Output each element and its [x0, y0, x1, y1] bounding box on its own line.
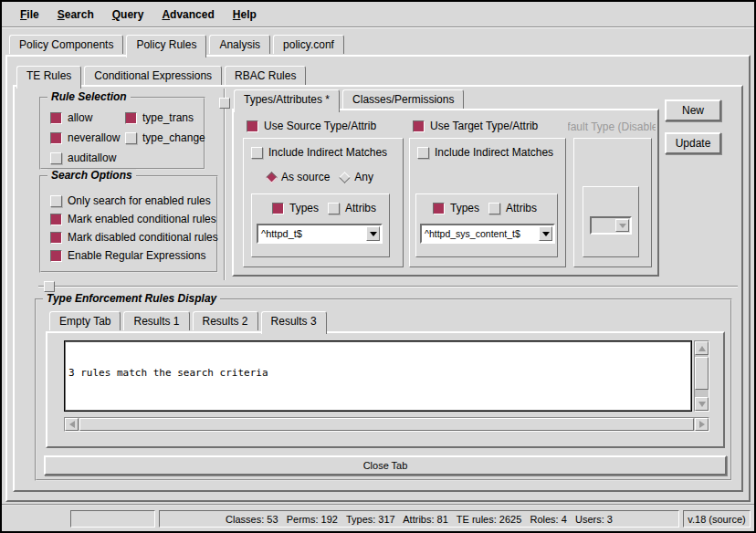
target-indirect-label: Include Indirect Matches	[435, 146, 553, 159]
scroll-right-button[interactable]	[695, 418, 709, 431]
tab-policy-rules[interactable]: Policy Rules	[126, 35, 206, 57]
chevron-down-icon	[370, 232, 377, 236]
tab-analysis[interactable]: Analysis	[209, 35, 270, 54]
vertical-scroll-thumb[interactable]	[695, 357, 709, 390]
rule-selection-title: Rule Selection	[47, 90, 131, 103]
checkbox-target-indirect[interactable]: Include Indirect Matches	[417, 146, 553, 159]
source-attribs-label: Attribs	[345, 202, 376, 214]
target-attribs-label: Attribs	[506, 202, 537, 214]
mark-disabled-checkbox-indicator[interactable]	[50, 232, 62, 244]
main-tab-bar: Policy Components Policy Rules Analysis …	[9, 35, 347, 54]
use-source-checkbox-indicator[interactable]	[247, 120, 258, 132]
checkbox-mark-disabled-conditional[interactable]: Mark disabled conditional rules	[50, 231, 218, 244]
chevron-down-icon	[542, 232, 550, 236]
checkbox-auditallow[interactable]: auditallow	[50, 152, 116, 164]
types-tab-bar: Types/Attributes * Classes/Permissions	[234, 89, 467, 109]
source-types-checkbox-indicator[interactable]	[272, 203, 284, 214]
source-indirect-label: Include Indirect Matches	[268, 146, 387, 159]
search-options-title: Search Options	[47, 169, 136, 182]
checkbox-type-trans[interactable]: type_trans	[125, 111, 194, 124]
target-type-combobox[interactable]: ^httpd_sys_content_t$	[420, 224, 555, 244]
horizontal-scroll-thumb[interactable]	[79, 418, 694, 431]
tab-results-2[interactable]: Results 2	[193, 311, 258, 330]
type-change-label: type_change	[142, 131, 205, 144]
tab-policy-components[interactable]: Policy Components	[9, 35, 123, 54]
tab-results-3[interactable]: Results 3	[261, 311, 327, 334]
vertical-scrollbar[interactable]	[694, 340, 709, 412]
type-change-checkbox-indicator[interactable]	[125, 132, 137, 144]
checkbox-enabled-rules-only[interactable]: Only search for enabled rules	[50, 194, 211, 207]
status-stats: Classes: 53 Perms: 192 Types: 317 Attrib…	[159, 510, 679, 528]
tab-rbac-rules[interactable]: RBAC Rules	[225, 66, 306, 85]
source-type-combobox-value: ^httpd_t$	[258, 228, 365, 239]
default-type-combobox	[590, 216, 632, 235]
use-source-label: Use Source Type/Attrib	[264, 120, 376, 132]
checkbox-type-change[interactable]: type_change	[125, 131, 205, 144]
results-text-area[interactable]: 3 rules match the search criteria (5822)…	[64, 340, 692, 412]
target-types-attribs-row: Types Attribs	[433, 202, 537, 214]
source-types-label: Types	[289, 202, 319, 214]
tab-classes-permissions[interactable]: Classes/Permissions	[342, 89, 464, 109]
menu-search[interactable]: Search	[48, 5, 103, 25]
scroll-up-button[interactable]	[695, 341, 709, 355]
as-source-radio[interactable]	[266, 172, 278, 183]
any-label: Any	[354, 171, 373, 183]
mark-enabled-label: Mark enabled conditional rules	[68, 213, 216, 225]
enabled-rules-checkbox-indicator[interactable]	[50, 195, 62, 207]
target-type-frame: Include Indirect Matches Types Attribs ^…	[409, 138, 566, 267]
menu-help[interactable]: Help	[224, 5, 266, 25]
checkbox-neverallow[interactable]: neverallow	[50, 131, 120, 144]
checkbox-mark-enabled-conditional[interactable]: Mark enabled conditional rules	[50, 213, 216, 225]
source-indirect-checkbox-indicator[interactable]	[251, 147, 263, 159]
status-bar: Classes: 53 Perms: 192 Types: 317 Attrib…	[2, 504, 754, 531]
checkbox-allow[interactable]: allow	[50, 111, 92, 124]
source-combo-dropdown-button[interactable]	[366, 226, 380, 241]
mark-enabled-checkbox-indicator[interactable]	[50, 214, 62, 225]
regex-checkbox-indicator[interactable]	[50, 250, 62, 262]
auditallow-label: auditallow	[68, 152, 116, 164]
close-tab-button[interactable]: Close Tab	[44, 455, 727, 476]
te-rules-panel: Rule Selection allow type_trans neverall…	[13, 85, 743, 492]
regex-label: Enable Regular Expressions	[68, 249, 205, 262]
any-radio[interactable]	[339, 172, 351, 183]
neverallow-checkbox-indicator[interactable]	[50, 132, 62, 144]
source-attribs-checkbox-indicator[interactable]	[328, 203, 340, 214]
status-version: v.18 (source)	[683, 510, 751, 528]
checkbox-use-target[interactable]: Use Target Type/Attrib	[413, 120, 538, 132]
vertical-pane-divider	[224, 89, 226, 280]
target-types-checkbox-indicator[interactable]	[433, 203, 445, 214]
tab-conditional-expressions[interactable]: Conditional Expressions	[84, 66, 222, 85]
checkbox-enable-regex[interactable]: Enable Regular Expressions	[50, 249, 205, 262]
menu-file[interactable]: File	[11, 5, 48, 25]
vertical-sash-handle[interactable]	[219, 98, 230, 109]
menu-query[interactable]: Query	[103, 5, 153, 25]
target-combo-dropdown-button[interactable]	[539, 226, 552, 241]
use-target-checkbox-indicator[interactable]	[413, 120, 425, 132]
target-types-label: Types	[450, 202, 479, 214]
target-indirect-checkbox-indicator[interactable]	[417, 147, 429, 159]
tab-results-1[interactable]: Results 1	[123, 311, 189, 330]
target-types-box: Types Attribs ^httpd_sys_content_t$	[415, 193, 558, 257]
allow-checkbox-indicator[interactable]	[50, 112, 62, 124]
type-trans-checkbox-indicator[interactable]	[125, 112, 137, 124]
new-button[interactable]: New	[665, 99, 721, 121]
default-combo-dropdown-button	[615, 219, 629, 232]
menu-advanced[interactable]: Advanced	[152, 5, 223, 25]
auditallow-checkbox-indicator[interactable]	[50, 152, 62, 164]
enabled-rules-label: Only search for enabled rules	[68, 194, 211, 207]
checkbox-source-indirect[interactable]: Include Indirect Matches	[251, 146, 387, 159]
checkbox-use-source[interactable]: Use Source Type/Attrib	[247, 120, 376, 132]
tab-te-rules[interactable]: TE Rules	[16, 66, 81, 89]
results-header-line: 3 rules match the search criteria	[68, 367, 688, 379]
horizontal-sash-handle[interactable]	[44, 281, 55, 292]
tab-types-attributes[interactable]: Types/Attributes *	[234, 89, 340, 112]
source-radio-row: As source Any	[266, 171, 373, 183]
scroll-down-button[interactable]	[695, 397, 709, 411]
tab-empty[interactable]: Empty Tab	[49, 311, 121, 330]
target-attribs-checkbox-indicator[interactable]	[488, 203, 500, 214]
update-button[interactable]: Update	[665, 132, 721, 154]
source-type-combobox[interactable]: ^httpd_t$	[257, 224, 383, 244]
horizontal-scrollbar[interactable]	[64, 417, 709, 432]
tab-policy-conf[interactable]: policy.conf	[273, 35, 344, 54]
scroll-left-button[interactable]	[65, 418, 79, 431]
